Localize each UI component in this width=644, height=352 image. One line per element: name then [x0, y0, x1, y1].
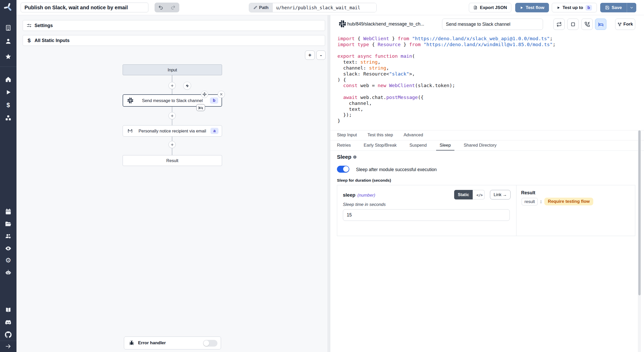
retries-icon-button[interactable]: [553, 19, 565, 30]
suspend-icon-button[interactable]: [581, 19, 593, 30]
subtab-retries[interactable]: Retries: [333, 140, 354, 150]
add-step-button[interactable]: [168, 112, 176, 119]
sidebar-item-github[interactable]: [5, 331, 12, 338]
early-stop-icon-button[interactable]: [567, 19, 579, 30]
zoom-out-button[interactable]: -: [316, 51, 326, 60]
expand-sidebar-icon[interactable]: [5, 343, 12, 350]
tab-test-this-step[interactable]: Test this step: [365, 130, 396, 140]
flow-title-input[interactable]: [21, 3, 148, 12]
undo-redo-group: [155, 3, 179, 12]
code-editor[interactable]: import { WebClient } from "https://deno.…: [337, 36, 556, 124]
sidebar-item-groups[interactable]: [5, 233, 12, 240]
panel-splitter[interactable]: [328, 15, 330, 352]
redo-button[interactable]: [167, 3, 179, 12]
zoom-in-button[interactable]: +: [305, 51, 315, 60]
tab-step-input[interactable]: Step Input: [334, 130, 360, 140]
test-flow-button[interactable]: Test flow: [515, 3, 549, 12]
repeat-icon: [556, 22, 562, 27]
error-handler-node[interactable]: Error handler: [124, 337, 221, 349]
toggle-knob: [204, 340, 209, 346]
test-up-to-button[interactable]: Test up to b: [552, 3, 597, 12]
sidebar-item-runs[interactable]: [5, 89, 12, 96]
sleep-toggle-label: Sleep after module successful execution: [356, 167, 437, 172]
sidebar-item-discord[interactable]: [5, 319, 12, 326]
sleep-duration-label: Sleep for duration (seconds): [337, 178, 391, 183]
settings-section[interactable]: Settings: [23, 20, 325, 31]
sidebar-item-resources[interactable]: [5, 115, 12, 121]
static-mode-button[interactable]: Static: [454, 190, 473, 199]
result-colon: :: [540, 199, 542, 204]
sidebar-item-user[interactable]: [5, 38, 12, 45]
step-tabs: Step Input Test this step Advanced: [330, 130, 644, 140]
windmill-logo-icon[interactable]: [4, 3, 13, 12]
add-step-button[interactable]: [168, 141, 176, 148]
plus-icon: [170, 114, 174, 118]
slack-node-id-badge: b: [210, 97, 218, 104]
subtab-shared-directory[interactable]: Shared Directory: [460, 140, 500, 150]
save-label: Save: [612, 5, 622, 10]
play-icon: [520, 6, 523, 10]
field-name-text: sleep: [343, 192, 355, 198]
result-title: Result: [521, 190, 535, 196]
code-mode-button[interactable]: </>: [473, 190, 485, 199]
pencil-icon: [253, 6, 257, 10]
sidebar-item-workspace[interactable]: [5, 24, 12, 31]
sidebar-item-variables[interactable]: $: [5, 102, 12, 108]
bed-icon: [198, 105, 203, 110]
sidebar-item-audit-logs[interactable]: [5, 245, 12, 252]
scrollbar-track[interactable]: [638, 130, 641, 352]
flow-canvas[interactable]: Settings $ All Static Inputs + - Input S…: [16, 15, 328, 352]
delete-step-button[interactable]: [218, 91, 225, 98]
tab-advanced[interactable]: Advanced: [401, 130, 426, 140]
step-summary-input[interactable]: [442, 19, 543, 30]
sidebar-item-home[interactable]: [5, 76, 12, 83]
plus-icon: [170, 84, 174, 88]
sidebar-item-folders[interactable]: [5, 221, 12, 228]
sidebar-item-docs[interactable]: [5, 307, 12, 313]
add-step-button[interactable]: [168, 82, 176, 89]
path-edit-button[interactable]: Path: [249, 3, 273, 12]
test-flow-label: Test flow: [526, 5, 544, 10]
sleep-duration-input[interactable]: [343, 209, 510, 221]
all-static-inputs-section[interactable]: $ All Static Inputs: [23, 35, 325, 46]
trigger-button[interactable]: [183, 82, 191, 90]
export-json-button[interactable]: Export JSON: [469, 3, 511, 12]
flow-node-input[interactable]: Input: [123, 64, 222, 75]
sleep-icon-button[interactable]: [595, 19, 606, 30]
hub-script-path[interactable]: hub/849/slack/send_message_to_ch...: [347, 21, 424, 27]
sidebar-item-favorites[interactable]: [5, 53, 12, 60]
phone-incoming-icon: [584, 22, 590, 27]
save-button[interactable]: Save: [600, 3, 627, 12]
export-json-label: Export JSON: [480, 5, 507, 10]
sleep-toggle[interactable]: [337, 166, 349, 173]
advanced-subtabs: Retries Early Stop/Break Suspend Sleep S…: [330, 140, 644, 151]
sleep-field-description: Sleep time in seconds: [343, 202, 386, 207]
sidebar-item-schedules[interactable]: [5, 208, 12, 215]
flow-node-email-step[interactable]: Personally notice recipient via email a: [123, 125, 222, 137]
fork-button[interactable]: Fork: [615, 19, 635, 30]
scrollbar-thumb[interactable]: [638, 130, 641, 295]
save-icon: [605, 5, 609, 10]
test-up-to-label: Test up to: [563, 5, 583, 10]
sidebar-item-workers[interactable]: [5, 269, 12, 276]
undo-button[interactable]: [155, 3, 167, 12]
sidebar-item-settings[interactable]: ⚙: [5, 257, 12, 264]
flow-node-result[interactable]: Result: [123, 155, 222, 166]
bug-icon: [129, 340, 134, 346]
fork-label: Fork: [623, 22, 633, 27]
move-step-button[interactable]: [201, 91, 208, 98]
save-dropdown-button[interactable]: [627, 3, 636, 12]
subtab-suspend[interactable]: Suspend: [406, 140, 430, 150]
path-input[interactable]: [273, 3, 376, 12]
subtab-early-stop[interactable]: Early Stop/Break: [360, 140, 400, 150]
error-handler-toggle[interactable]: [203, 340, 217, 347]
plus-icon: [170, 143, 174, 147]
info-icon[interactable]: [353, 155, 357, 159]
topbar: Path Export JSON Test flow Test up to b …: [16, 0, 644, 15]
error-handler-label: Error handler: [138, 340, 166, 346]
undo-icon: [158, 5, 163, 10]
link-button[interactable]: Link →: [490, 190, 511, 199]
sleep-indicator-chip[interactable]: [196, 104, 205, 111]
static-inputs-label: All Static Inputs: [35, 38, 70, 43]
subtab-sleep[interactable]: Sleep: [436, 140, 454, 150]
